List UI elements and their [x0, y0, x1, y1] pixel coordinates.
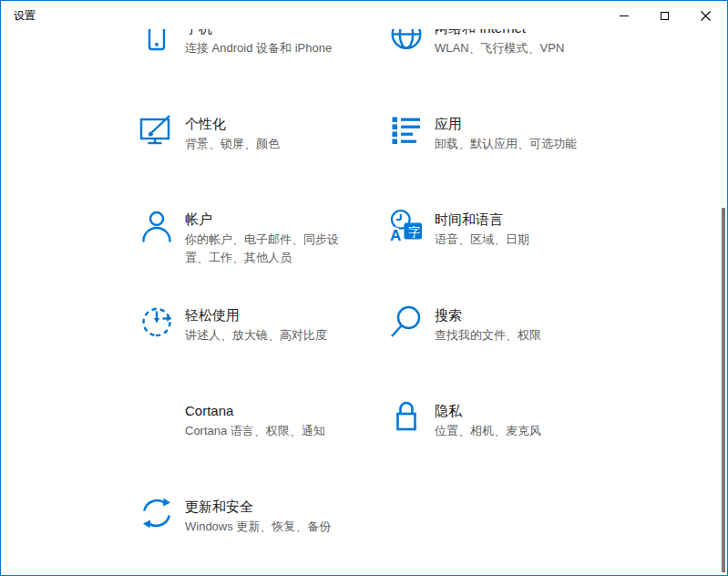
category-text: 个性化 背景、锁屏、颜色	[185, 115, 347, 153]
svg-text:字: 字	[408, 225, 421, 239]
category-subtitle: 位置、相机、麦克风	[435, 422, 597, 440]
category-title: 轻松使用	[185, 306, 347, 324]
titlebar[interactable]: 设置	[2, 2, 726, 29]
category-subtitle: Cortana 语言、权限、通知	[185, 422, 347, 440]
category-subtitle: 卸载、默认应用、可选功能	[435, 135, 597, 153]
vertical-scrollbar-thumb[interactable]	[722, 208, 725, 572]
category-cortana[interactable]: Cortana Cortana 语言、权限、通知	[139, 402, 385, 493]
category-title: 时间和语言	[435, 211, 597, 229]
category-subtitle: 连接 Android 设备和 iPhone	[185, 39, 347, 57]
caption-buttons	[603, 2, 726, 29]
lock-icon	[389, 400, 424, 435]
window-title: 设置	[14, 8, 36, 24]
category-subtitle: 讲述人、放大镜、高对比度	[185, 326, 347, 345]
category-text: 轻松使用 讲述人、放大镜、高对比度	[185, 306, 347, 345]
category-subtitle: Windows 更新、恢复、备份	[185, 518, 347, 536]
category-subtitle: 语音、区域、日期	[435, 231, 597, 249]
maximize-icon	[661, 12, 669, 20]
category-title: 隐私	[435, 402, 597, 420]
person-icon	[139, 209, 174, 243]
category-text: 搜索 查找我的文件、权限	[435, 306, 597, 345]
category-subtitle: WLAN、飞行模式、VPN	[435, 39, 597, 57]
search-icon	[389, 304, 424, 339]
personalization-icon	[139, 113, 174, 148]
category-phone[interactable]: 手机 连接 Android 设备和 iPhone	[139, 19, 385, 110]
category-title: 搜索	[435, 306, 597, 324]
minimize-button[interactable]	[603, 2, 644, 29]
category-apps[interactable]: 应用 卸载、默认应用、可选功能	[389, 115, 635, 206]
maximize-button[interactable]	[644, 2, 685, 29]
category-text: 更新和安全 Windows 更新、恢复、备份	[185, 498, 347, 536]
close-icon	[701, 11, 711, 21]
category-text: 应用 卸载、默认应用、可选功能	[435, 115, 597, 153]
category-time-language[interactable]: A 字 时间和语言 语音、区域、日期	[389, 211, 635, 302]
category-title: 帐户	[185, 211, 347, 229]
settings-category-grid: 手机 连接 Android 设备和 iPhone 网络和 Internet WL…	[1, 1, 727, 575]
category-text: 时间和语言 语音、区域、日期	[435, 211, 597, 249]
category-title: 应用	[435, 115, 597, 133]
category-subtitle: 查找我的文件、权限	[435, 326, 597, 345]
apps-list-icon	[389, 113, 424, 148]
svg-text:A: A	[390, 227, 401, 244]
category-subtitle: 你的帐户、电子邮件、同步设置、工作、其他人员	[185, 231, 347, 267]
category-title: Cortana	[185, 402, 347, 420]
category-update-security[interactable]: 更新和安全 Windows 更新、恢复、备份	[139, 498, 385, 576]
category-network[interactable]: 网络和 Internet WLAN、飞行模式、VPN	[389, 19, 635, 110]
minimize-icon	[620, 15, 629, 16]
vertical-scrollbar-track[interactable]	[721, 29, 726, 574]
category-accounts[interactable]: 帐户 你的帐户、电子邮件、同步设置、工作、其他人员	[139, 211, 385, 302]
category-text: 帐户 你的帐户、电子邮件、同步设置、工作、其他人员	[185, 211, 347, 267]
settings-window: 手机 连接 Android 设备和 iPhone 网络和 Internet WL…	[0, 0, 728, 576]
category-text: 隐私 位置、相机、麦克风	[435, 402, 597, 440]
category-search[interactable]: 搜索 查找我的文件、权限	[389, 306, 635, 397]
cortana-icon	[139, 400, 174, 435]
category-ease-of-access[interactable]: 轻松使用 讲述人、放大镜、高对比度	[139, 306, 385, 397]
category-privacy[interactable]: 隐私 位置、相机、麦克风	[389, 402, 635, 493]
time-language-icon: A 字	[389, 209, 424, 243]
category-text: Cortana Cortana 语言、权限、通知	[185, 402, 347, 440]
category-subtitle: 背景、锁屏、颜色	[185, 135, 347, 153]
category-personalization[interactable]: 个性化 背景、锁屏、颜色	[139, 115, 385, 206]
category-title: 个性化	[185, 115, 347, 133]
close-button[interactable]	[685, 2, 726, 29]
sync-icon	[139, 496, 174, 530]
ease-of-access-icon	[139, 304, 174, 339]
category-title: 更新和安全	[185, 498, 347, 516]
